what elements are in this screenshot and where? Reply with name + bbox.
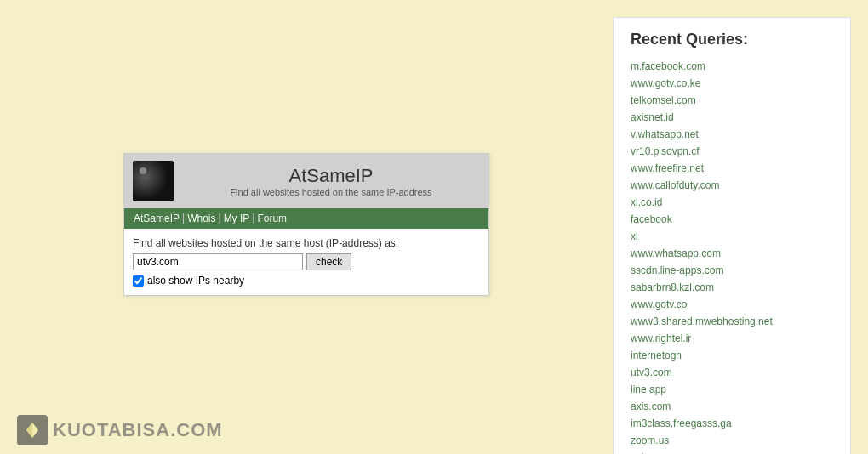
watermark: KUOTABISA.COM: [17, 415, 223, 445]
recent-query-item[interactable]: line.app: [631, 382, 833, 397]
atsameip-widget: AtSameIP Find all websites hosted on the…: [123, 153, 489, 296]
check-button[interactable]: check: [306, 253, 351, 270]
nav-atsameip[interactable]: AtSameIP: [131, 212, 182, 225]
svg-marker-1: [26, 423, 32, 438]
checkbox-label: also show IPs nearby: [147, 275, 244, 287]
recent-query-item[interactable]: axisnet.id: [631, 110, 833, 125]
recent-query-item[interactable]: zoom.us: [631, 433, 833, 448]
recent-query-item[interactable]: telkomsel.com: [631, 93, 833, 108]
widget-header: AtSameIP Find all websites hosted on the…: [124, 154, 488, 208]
show-ips-checkbox[interactable]: [133, 275, 144, 287]
recent-query-item[interactable]: xl.co.id: [631, 195, 833, 210]
nav-whois[interactable]: Whois: [185, 212, 218, 225]
recent-query-item[interactable]: www.callofduty.com: [631, 178, 833, 193]
recent-query-item[interactable]: m.facebook.com: [631, 59, 833, 74]
recent-query-item[interactable]: www.gotv.co: [631, 297, 833, 312]
recent-query-item[interactable]: www.rightel.ir: [631, 331, 833, 346]
domain-input[interactable]: [133, 253, 303, 270]
recent-query-item[interactable]: utv3.com: [631, 365, 833, 380]
recent-query-item[interactable]: www.gotv.co.ke: [631, 76, 833, 91]
recent-queries-title: Recent Queries:: [631, 31, 833, 48]
widget-nav: AtSameIP | Whois | My IP | Forum: [124, 208, 488, 229]
widget-subtitle: Find all websites hosted on the same IP-…: [182, 187, 480, 197]
recent-query-item[interactable]: sabarbrn8.kzl.com: [631, 280, 833, 295]
widget-title: AtSameIP: [182, 165, 480, 187]
recent-query-item[interactable]: axis.com: [631, 399, 833, 414]
recent-query-item[interactable]: www.whatsapp.com: [631, 246, 833, 261]
checkbox-row: also show IPs nearby: [133, 275, 480, 287]
recent-queries-list: m.facebook.comwww.gotv.co.ketelkomsel.co…: [631, 59, 833, 454]
body-text: Find all websites hosted on the same hos…: [133, 237, 480, 249]
widget-title-area: AtSameIP Find all websites hosted on the…: [182, 165, 480, 197]
nav-forum[interactable]: Forum: [254, 212, 289, 225]
watermark-logo-icon: [23, 421, 42, 440]
recent-query-item[interactable]: axis: [631, 450, 833, 454]
widget-body: Find all websites hosted on the same hos…: [124, 229, 488, 295]
recent-queries-panel: Recent Queries: m.facebook.comwww.gotv.c…: [613, 17, 851, 454]
widget-logo: [133, 161, 174, 201]
input-row: check: [133, 253, 480, 270]
recent-query-item[interactable]: vr10.pisovpn.cf: [631, 144, 833, 159]
recent-query-item[interactable]: v.whatsapp.net: [631, 127, 833, 142]
recent-query-item[interactable]: www3.shared.mwebhosting.net: [631, 314, 833, 329]
watermark-icon: [17, 415, 48, 445]
nav-myip[interactable]: My IP: [221, 212, 253, 225]
recent-query-item[interactable]: im3class.freegasss.ga: [631, 416, 833, 431]
watermark-text: KUOTABISA.COM: [53, 419, 223, 441]
recent-query-item[interactable]: www.freefire.net: [631, 161, 833, 176]
recent-query-item[interactable]: sscdn.line-apps.com: [631, 263, 833, 278]
recent-query-item[interactable]: internetogn: [631, 348, 833, 363]
recent-query-item[interactable]: xl: [631, 229, 833, 244]
recent-query-item[interactable]: facebook: [631, 212, 833, 227]
